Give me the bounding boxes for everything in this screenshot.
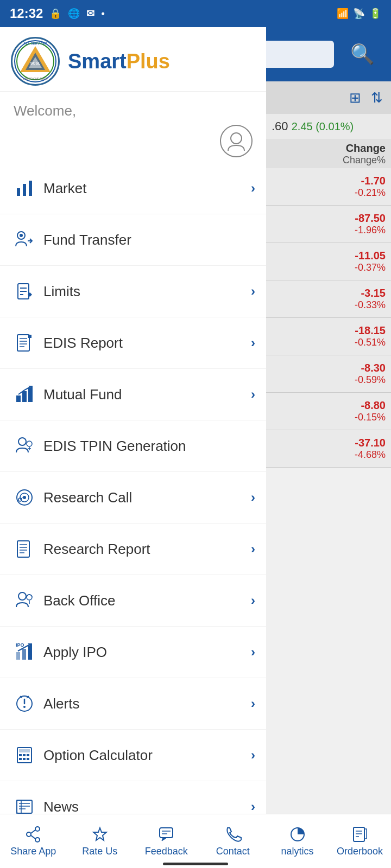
shield-status-icon: 🔒 bbox=[49, 8, 61, 20]
market-row-1: -1.70 -0.21% bbox=[266, 168, 391, 206]
svg-rect-26 bbox=[28, 388, 33, 402]
status-bar-right: 📶 📡 🔋 bbox=[337, 8, 381, 20]
edis-tpin-label: EDIS TPIN Generation bbox=[38, 438, 255, 455]
email-status-icon: ✉ bbox=[86, 8, 94, 20]
status-time: 12:32 bbox=[10, 6, 43, 21]
research-report-icon bbox=[11, 535, 38, 563]
menu-item-market[interactable]: Market › bbox=[0, 163, 266, 214]
analytics-label: nalytics bbox=[281, 846, 313, 857]
apply-ipo-label: Apply IPO bbox=[38, 644, 251, 661]
search-button[interactable]: 🔍 bbox=[350, 43, 375, 66]
menu-item-apply-ipo[interactable]: IPO Apply IPO › bbox=[0, 627, 266, 678]
change-label: Change bbox=[272, 142, 386, 155]
menu-list: Market › Fund Transfer bbox=[0, 163, 266, 868]
menu-item-mutual-fund[interactable]: Mutual Fund › bbox=[0, 369, 266, 420]
limits-icon bbox=[11, 278, 38, 305]
mutual-fund-icon bbox=[11, 381, 38, 408]
pie-chart-icon bbox=[289, 826, 306, 843]
svg-point-13 bbox=[20, 234, 23, 237]
sort-icon[interactable]: ⇅ bbox=[371, 90, 383, 106]
menu-item-edis-report[interactable]: EDIS Report › bbox=[0, 317, 266, 369]
market-controls-bar: ⊞ ⇅ bbox=[266, 81, 391, 114]
edis-report-arrow: › bbox=[251, 335, 255, 350]
tab-contact[interactable]: Contact bbox=[200, 821, 267, 861]
menu-item-research-report[interactable]: Research Report › bbox=[0, 524, 266, 575]
news-arrow: › bbox=[251, 799, 255, 814]
news-label: News bbox=[38, 799, 251, 815]
svg-rect-60 bbox=[19, 758, 22, 760]
mutual-fund-label: Mutual Fund bbox=[38, 386, 251, 403]
nifty-ticker-row: .60 2.45 (0.01%) bbox=[266, 114, 391, 139]
edis-report-icon bbox=[11, 329, 38, 356]
battery-icon: 🔋 bbox=[369, 8, 381, 20]
research-report-label: Research Report bbox=[38, 541, 251, 558]
svg-rect-24 bbox=[16, 395, 21, 402]
market-arrow: › bbox=[251, 181, 255, 196]
menu-item-back-office[interactable]: Back Office › bbox=[0, 575, 266, 627]
share-icon bbox=[24, 826, 42, 843]
orderbook-label: Orderbook bbox=[337, 846, 383, 857]
svg-rect-61 bbox=[23, 758, 26, 760]
svg-line-36 bbox=[21, 497, 23, 499]
market-row-4: -3.15 -0.33% bbox=[266, 280, 391, 318]
svg-rect-11 bbox=[29, 181, 32, 196]
svg-rect-47 bbox=[28, 646, 32, 660]
svg-rect-10 bbox=[23, 184, 26, 196]
brand-smart: Smart bbox=[68, 50, 127, 73]
svg-rect-37 bbox=[17, 541, 29, 557]
grid-icon[interactable]: ⊞ bbox=[349, 90, 361, 106]
brand-name: Smart Plus bbox=[68, 50, 170, 73]
back-office-icon bbox=[11, 587, 38, 614]
change-pct-label: Change% bbox=[272, 155, 386, 166]
alerts-icon bbox=[11, 690, 38, 717]
wifi-icon: 📡 bbox=[353, 8, 365, 20]
signal-icon: 📶 bbox=[337, 8, 349, 20]
menu-item-alerts[interactable]: Alerts › bbox=[0, 678, 266, 730]
svg-rect-75 bbox=[160, 828, 173, 838]
edis-tpin-icon bbox=[11, 432, 38, 459]
back-office-arrow: › bbox=[251, 593, 255, 608]
option-calculator-arrow: › bbox=[251, 748, 255, 763]
research-report-arrow: › bbox=[251, 541, 255, 557]
menu-item-edis-tpin[interactable]: EDIS TPIN Generation bbox=[0, 420, 266, 472]
svg-point-34 bbox=[23, 496, 26, 499]
tab-orderbook[interactable]: Orderbook bbox=[329, 821, 391, 861]
tab-share-app[interactable]: Share App bbox=[0, 821, 67, 861]
menu-item-limits[interactable]: Limits › bbox=[0, 266, 266, 317]
limits-arrow: › bbox=[251, 284, 255, 299]
svg-line-73 bbox=[31, 835, 35, 839]
fund-transfer-label: Fund Transfer bbox=[38, 232, 255, 248]
status-bar: 12:32 🔒 🌐 ✉ • 📶 📡 🔋 bbox=[0, 0, 391, 27]
avatar[interactable] bbox=[220, 125, 253, 157]
svg-rect-25 bbox=[22, 391, 27, 402]
svg-rect-59 bbox=[27, 754, 29, 756]
tab-rate-us[interactable]: Rate Us bbox=[67, 821, 134, 861]
right-bottom-tabs: nalytics Orderbook bbox=[266, 814, 391, 868]
tab-feedback[interactable]: Feedback bbox=[133, 821, 200, 861]
tab-analytics[interactable]: nalytics bbox=[266, 821, 329, 861]
svg-rect-9 bbox=[17, 188, 20, 196]
svg-text:SCSL: SCSL bbox=[30, 61, 41, 65]
market-row-7: -8.80 -0.15% bbox=[266, 393, 391, 430]
feedback-icon bbox=[157, 826, 175, 843]
option-calculator-label: Option Calculator bbox=[38, 747, 251, 764]
home-indicator bbox=[163, 863, 228, 865]
rate-us-label: Rate Us bbox=[82, 846, 117, 857]
svg-point-29 bbox=[27, 441, 32, 446]
market-row-8: -37.10 -4.68% bbox=[266, 430, 391, 468]
svg-text:IPO: IPO bbox=[16, 642, 24, 648]
drawer-header: ALL SERVICES UNDER ONE ROOF SCSL Smart P… bbox=[0, 27, 266, 92]
logo-circle: ALL SERVICES UNDER ONE ROOF SCSL bbox=[11, 37, 60, 86]
fund-transfer-icon bbox=[11, 226, 38, 253]
svg-rect-62 bbox=[27, 758, 29, 760]
svg-text:UNDER ONE ROOF: UNDER ONE ROOF bbox=[23, 77, 48, 80]
menu-item-option-calculator[interactable]: Option Calculator › bbox=[0, 730, 266, 781]
menu-item-fund-transfer[interactable]: Fund Transfer bbox=[0, 214, 266, 266]
avatar-row bbox=[0, 125, 266, 163]
svg-point-71 bbox=[35, 838, 40, 842]
nifty-change: 2.45 (0.01%) bbox=[292, 120, 354, 132]
menu-item-research-call[interactable]: Research Call › bbox=[0, 472, 266, 524]
research-call-arrow: › bbox=[251, 490, 255, 505]
svg-rect-58 bbox=[23, 754, 26, 756]
location-status-icon: 🌐 bbox=[68, 8, 80, 20]
